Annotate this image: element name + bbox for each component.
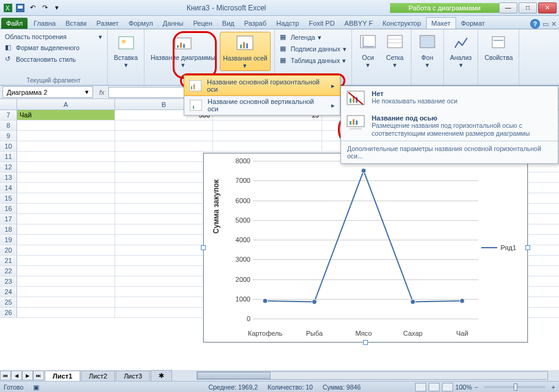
submenu-more-options[interactable]: Дополнительные параметры названия основн… (341, 141, 558, 163)
tab-abbyy[interactable]: ABBYY F (340, 18, 378, 29)
minimize-button[interactable]: — (499, 2, 517, 13)
workbook-close-icon[interactable]: ✕ (551, 20, 557, 28)
cell[interactable] (115, 297, 213, 307)
sheet-tab-1[interactable]: Лист1 (45, 371, 80, 381)
zoom-level[interactable]: 100% (456, 383, 472, 391)
cell[interactable] (115, 245, 213, 255)
view-normal-button[interactable] (415, 383, 426, 391)
row-header[interactable]: 16 (0, 204, 17, 214)
minimize-ribbon-icon[interactable]: ▭ (542, 20, 549, 28)
tab-view[interactable]: Вид (217, 18, 239, 29)
cell[interactable] (115, 131, 213, 141)
axes-button[interactable]: Оси▾ (356, 32, 380, 70)
tab-chart-layout[interactable]: Макет (426, 17, 456, 29)
tab-insert[interactable]: Вставк (61, 18, 92, 29)
cell[interactable] (115, 266, 213, 276)
cell[interactable] (17, 224, 115, 234)
axis-titles-button[interactable]: Названия осей▾ (220, 32, 270, 71)
cell[interactable] (17, 162, 115, 172)
submenu-none[interactable]: Нет Не показывать название оси (341, 86, 558, 111)
row-header[interactable]: 18 (0, 224, 17, 235)
sheet-tab-2[interactable]: Лист2 (81, 371, 115, 381)
sheet-tab-3[interactable]: Лист3 (116, 371, 150, 381)
tab-home[interactable]: Главна (29, 18, 61, 29)
row-header[interactable]: 13 (0, 172, 17, 183)
horizontal-scrollbar[interactable] (197, 371, 548, 380)
chart-legend[interactable]: Ряд1 (481, 244, 516, 251)
sheet-nav-next[interactable]: ▶ (22, 371, 33, 380)
cell[interactable] (17, 183, 115, 193)
insert-button[interactable]: Вставка▾ (111, 32, 140, 70)
tab-developer[interactable]: Разраб (239, 18, 272, 29)
row-header[interactable]: 10 (0, 141, 17, 152)
undo-icon[interactable]: ↶ (27, 2, 38, 13)
gridlines-button[interactable]: Сетка▾ (383, 32, 407, 70)
col-header-a[interactable]: A (17, 99, 115, 109)
tab-chart-format[interactable]: Формат (456, 18, 490, 29)
tab-foxit[interactable]: Foxit PD (304, 18, 339, 29)
cell[interactable] (213, 131, 322, 141)
cell[interactable]: Чай (17, 110, 115, 120)
row-header[interactable]: 21 (0, 256, 17, 266)
cell[interactable] (213, 141, 322, 151)
cell[interactable] (17, 297, 115, 307)
cell[interactable] (17, 308, 115, 317)
cell[interactable] (17, 287, 115, 297)
cell[interactable] (115, 172, 213, 182)
data-table-button[interactable]: ▦Таблица данных ▾ (279, 55, 348, 66)
cell[interactable] (17, 266, 115, 276)
cell[interactable] (115, 214, 213, 224)
menu-horizontal-axis-title[interactable]: Название основной горизонтальной оси ▸ (184, 75, 340, 96)
row-header[interactable]: 22 (0, 266, 17, 276)
cell[interactable] (17, 204, 115, 213)
tab-addins[interactable]: Надстр (271, 18, 304, 29)
cell[interactable] (115, 152, 213, 161)
submenu-title-below-axis[interactable]: Название под осью Размещение названия по… (341, 111, 558, 141)
tab-layout[interactable]: Размет (92, 18, 124, 29)
cell[interactable] (115, 256, 213, 265)
cell[interactable] (17, 245, 115, 255)
background-button[interactable]: Фон▾ (415, 32, 440, 70)
cell[interactable] (115, 308, 213, 317)
fx-icon[interactable]: fx (96, 89, 108, 96)
cell[interactable] (17, 256, 115, 265)
row-header[interactable]: 23 (0, 276, 17, 287)
tab-data[interactable]: Данны (158, 18, 189, 29)
zoom-in-button[interactable]: + (552, 383, 555, 391)
row-header[interactable]: 25 (0, 297, 17, 308)
tab-formulas[interactable]: Формул (124, 18, 158, 29)
row-header[interactable]: 7 (0, 110, 17, 120)
row-header[interactable]: 12 (0, 162, 17, 172)
redo-icon[interactable]: ↷ (39, 2, 50, 13)
row-header[interactable]: 9 (0, 131, 17, 141)
cell[interactable] (17, 276, 115, 286)
cell[interactable] (17, 131, 115, 141)
row-header[interactable]: 24 (0, 287, 17, 297)
cell[interactable] (115, 224, 213, 234)
row-header[interactable]: 26 (0, 308, 17, 318)
zoom-thumb[interactable] (514, 383, 517, 391)
cell[interactable] (17, 120, 115, 130)
cell[interactable] (115, 183, 213, 193)
cell[interactable] (17, 235, 115, 245)
properties-button[interactable]: Свойства (482, 32, 515, 62)
sheet-nav-prev[interactable]: ◀ (11, 371, 22, 380)
tab-chart-design[interactable]: Конструктор (378, 18, 426, 29)
sheet-tab-new[interactable]: ✱ (151, 370, 172, 381)
menu-vertical-axis-title[interactable]: Название основной вертикальной оси ▸ (184, 95, 340, 115)
cell[interactable] (115, 162, 213, 172)
maximize-button[interactable]: □ (519, 2, 537, 13)
chart-element-selector[interactable]: Область построения▾ (4, 32, 103, 42)
cell[interactable] (115, 120, 213, 130)
format-selection-button[interactable]: ◧ Формат выделенного (4, 42, 103, 53)
status-macro-icon[interactable]: ▣ (33, 383, 39, 391)
embedded-chart[interactable]: Сумма закупок 01000200030004000500060007… (203, 153, 528, 342)
name-box[interactable]: Диаграмма 2▾ (2, 86, 93, 98)
row-header[interactable]: 20 (0, 245, 17, 256)
cell[interactable] (115, 141, 213, 151)
row-header[interactable]: 11 (0, 152, 17, 162)
cell[interactable] (17, 193, 115, 203)
cell[interactable] (17, 152, 115, 161)
tab-file[interactable]: Файл (1, 18, 28, 29)
row-header[interactable]: 17 (0, 214, 17, 224)
